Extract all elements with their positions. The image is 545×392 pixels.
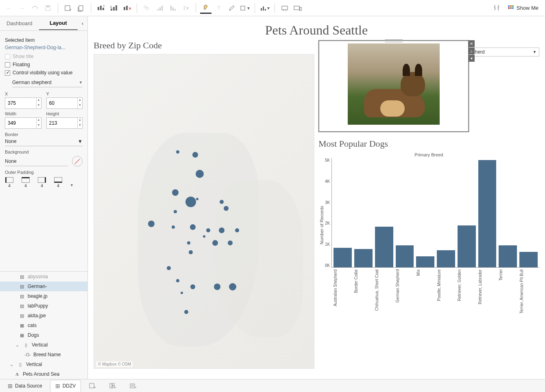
height-input[interactable]: ▲▼ [46, 117, 83, 129]
show-cards-button[interactable]: ▾ [259, 2, 270, 14]
swap-button[interactable]: + [95, 2, 107, 14]
new-sheet-button[interactable]: + [62, 2, 74, 14]
fit-dropdown[interactable]: ▾ [239, 2, 251, 14]
stepper-down-icon[interactable]: ▼ [37, 123, 41, 128]
save-button[interactable] [42, 2, 54, 14]
sort-bars-desc-button[interactable] [167, 2, 179, 14]
chevron-down-icon[interactable]: ▼ [70, 183, 74, 188]
floating-checkbox[interactable]: Floating [5, 62, 83, 67]
control-visibility-checkbox[interactable]: Control visibility using value [5, 70, 83, 76]
presentation-button[interactable] [279, 2, 290, 14]
bar[interactable] [458, 225, 476, 267]
bar[interactable] [334, 248, 352, 267]
tree-item[interactable]: ▧German- [0, 282, 87, 291]
stepper-down-icon[interactable]: ▼ [78, 103, 82, 108]
highlight-button[interactable] [200, 2, 211, 14]
pad-right[interactable]: 4 [37, 177, 46, 188]
map-point[interactable] [224, 206, 229, 211]
find-button[interactable] [491, 2, 503, 14]
device-preview-button[interactable] [292, 2, 303, 14]
pin-button[interactable]: ⟂ [468, 48, 475, 54]
remove-button[interactable]: ✕ [468, 40, 475, 47]
map-point[interactable] [187, 241, 190, 245]
bar[interactable] [437, 250, 455, 267]
bar-chart[interactable]: Number of Records 5K4K3K2K1K0K Australia… [318, 158, 539, 292]
tab-layout[interactable]: Layout [39, 17, 78, 30]
tab-dashboard[interactable]: Dashboard [0, 17, 39, 30]
stepper-up-icon[interactable]: ▲ [37, 98, 41, 103]
bar[interactable] [519, 252, 538, 267]
pad-top[interactable]: 4 [21, 177, 30, 188]
stepper-down-icon[interactable]: ▼ [37, 103, 41, 108]
bar[interactable] [354, 249, 373, 267]
map-point[interactable] [148, 221, 155, 227]
more-button[interactable]: ▾ [468, 55, 475, 62]
map-point[interactable] [172, 225, 175, 229]
map-point[interactable] [235, 228, 239, 232]
map-point[interactable] [196, 198, 198, 200]
map-viz[interactable]: © Mapbox © OSM [94, 54, 314, 369]
show-me-button[interactable]: Show Me [504, 5, 542, 11]
tree-item[interactable]: ▧beagle.jp [0, 291, 87, 301]
tree-item[interactable]: ▧akita.jpe [0, 311, 87, 321]
new-story-button[interactable]: + [124, 380, 142, 392]
bar[interactable] [499, 245, 517, 267]
tree-item[interactable]: ▦cats [0, 321, 87, 330]
totals-button[interactable]: Σ▾ [180, 2, 192, 14]
bar[interactable] [396, 245, 414, 267]
sort-bars-asc-button[interactable] [154, 2, 166, 14]
sheet-tab[interactable]: ⊞DDZV [50, 380, 81, 392]
map-point[interactable] [219, 227, 225, 233]
y-input[interactable]: ▲▼ [46, 97, 83, 109]
map-point[interactable] [167, 266, 171, 270]
stepper-up-icon[interactable]: ▲ [78, 98, 82, 103]
tree-item[interactable]: APets Around Sea [0, 369, 87, 379]
pad-left[interactable]: 4 [5, 177, 14, 188]
stepper-up-icon[interactable]: ▲ [37, 118, 41, 123]
stepper-down-icon[interactable]: ▼ [78, 123, 82, 128]
show-title-checkbox[interactable]: Show title [5, 54, 83, 59]
map-point[interactable] [214, 284, 220, 290]
group-button[interactable] [141, 2, 153, 14]
annotate-button[interactable] [226, 2, 238, 14]
tree-item[interactable]: ▧abyssinia [0, 272, 87, 282]
x-input[interactable]: ▲▼ [5, 97, 41, 109]
sort-asc-button[interactable] [108, 2, 120, 14]
control-visibility-dropdown[interactable]: German shepherd ▼ [12, 78, 83, 87]
image-object-selected[interactable]: ✕ ⟂ ▾ [318, 40, 469, 132]
map-point[interactable] [196, 170, 204, 178]
stepper-up-icon[interactable]: ▲ [78, 118, 82, 123]
map-point[interactable] [229, 283, 236, 290]
clear-button[interactable]: ✕ [121, 2, 133, 14]
collapse-sidebar-button[interactable]: ‹ [78, 21, 87, 26]
text-button[interactable]: T [213, 2, 225, 14]
width-input[interactable]: ▲▼ [5, 117, 41, 129]
bar[interactable] [478, 160, 497, 267]
new-worksheet-button[interactable]: + [83, 380, 101, 392]
forward-button[interactable]: → [16, 2, 28, 14]
map-point[interactable] [176, 279, 179, 282]
tree-item-vertical[interactable]: ⌄▯Vertical [0, 360, 87, 369]
map-point[interactable] [212, 240, 218, 246]
dashboard-canvas[interactable]: Pets Around Seattle Breed by Zip Code © … [88, 16, 545, 379]
data-source-tab[interactable]: ⊞Data Source [2, 380, 48, 392]
undo-redo-button[interactable] [29, 2, 41, 14]
back-button[interactable]: ← [3, 2, 15, 14]
map-point[interactable] [174, 210, 177, 213]
background-color-swatch[interactable] [72, 156, 83, 167]
map-point[interactable] [176, 150, 179, 154]
pad-bottom[interactable]: 4 [54, 177, 63, 188]
tree-item[interactable]: ▧labPuppy [0, 301, 87, 311]
background-dropdown[interactable]: None [5, 157, 68, 166]
tree-item-vertical[interactable]: ⌄▯Vertical [0, 340, 87, 350]
drag-handle-icon[interactable] [385, 39, 403, 42]
bar[interactable] [375, 227, 393, 267]
duplicate-sheet-button[interactable] [75, 2, 87, 14]
border-dropdown[interactable]: None▼ [5, 137, 83, 146]
tree-item[interactable]: -O-Breed Name [0, 350, 87, 360]
new-dashboard-button[interactable]: + [104, 380, 122, 392]
map-point[interactable] [189, 250, 193, 254]
map-point[interactable] [203, 235, 205, 238]
tree-item[interactable]: ▦Dogs [0, 330, 87, 340]
bar[interactable] [416, 256, 434, 267]
